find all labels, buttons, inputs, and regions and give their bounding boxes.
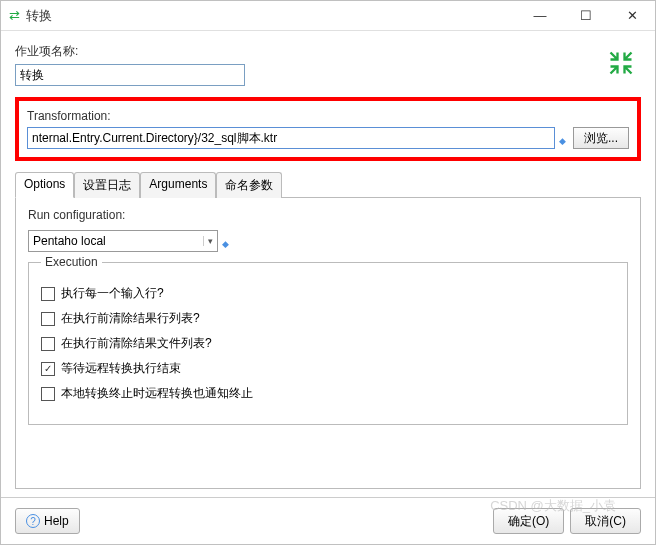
variable-icon [222, 236, 232, 246]
checkbox-label: 本地转换终止时远程转换也通知终止 [61, 385, 253, 402]
transformation-highlight: Transformation: 浏览... [15, 97, 641, 161]
tab-arguments[interactable]: Arguments [140, 172, 216, 198]
exec-row-2: 在执行前清除结果文件列表? [41, 335, 615, 352]
tab-params[interactable]: 命名参数 [216, 172, 282, 198]
chevron-down-icon: ▾ [203, 236, 213, 246]
checkbox-label: 执行每一个输入行? [61, 285, 164, 302]
jobname-label: 作业项名称: [15, 43, 601, 60]
exec-row-3: 等待远程转换执行结束 [41, 360, 615, 377]
runconfig-select[interactable]: Pentaho local ▾ [28, 230, 218, 252]
execution-fieldset: Execution 执行每一个输入行? 在执行前清除结果行列表? 在执行前清除结… [28, 262, 628, 425]
help-button[interactable]: ? Help [15, 508, 80, 534]
checkbox-label: 等待远程转换执行结束 [61, 360, 181, 377]
content-area: 作业项名称: Transformation: 浏览... Optio [1, 31, 655, 497]
collapse-icon[interactable] [601, 43, 641, 89]
execution-legend: Execution [41, 255, 102, 269]
tab-label: 命名参数 [225, 178, 273, 192]
runconfig-label: Run configuration: [28, 208, 628, 222]
execution-body: 执行每一个输入行? 在执行前清除结果行列表? 在执行前清除结果文件列表? 等待远… [41, 285, 615, 402]
runconfig-row: Pentaho local ▾ [28, 230, 628, 252]
window-title: 转换 [26, 7, 517, 25]
browse-button[interactable]: 浏览... [573, 127, 629, 149]
transformation-input[interactable] [27, 127, 555, 149]
variable-icon [559, 133, 569, 143]
runconfig-value: Pentaho local [33, 234, 106, 248]
top-row: 作业项名称: [15, 43, 641, 89]
exec-row-0: 执行每一个输入行? [41, 285, 615, 302]
checkbox[interactable] [41, 387, 55, 401]
help-label: Help [44, 514, 69, 528]
checkbox[interactable] [41, 337, 55, 351]
checkbox[interactable] [41, 312, 55, 326]
jobname-input[interactable] [15, 64, 245, 86]
dialog-window: ⇄ 转换 — ☐ ✕ 作业项名称: Transformation: [0, 0, 656, 545]
tab-label: 设置日志 [83, 178, 131, 192]
checkbox-label: 在执行前清除结果文件列表? [61, 335, 212, 352]
close-button[interactable]: ✕ [609, 1, 655, 31]
tab-options[interactable]: Options [15, 172, 74, 198]
exec-row-4: 本地转换终止时远程转换也通知终止 [41, 385, 615, 402]
jobname-block: 作业项名称: [15, 43, 601, 89]
tab-panel: Run configuration: Pentaho local ▾ Execu… [15, 198, 641, 489]
maximize-button[interactable]: ☐ [563, 1, 609, 31]
cancel-button[interactable]: 取消(C) [570, 508, 641, 534]
minimize-button[interactable]: — [517, 1, 563, 31]
ok-button[interactable]: 确定(O) [493, 508, 564, 534]
transformation-label: Transformation: [27, 109, 629, 123]
tab-label: Arguments [149, 177, 207, 191]
footer: ? Help 确定(O) 取消(C) [1, 497, 655, 544]
transform-icon: ⇄ [9, 8, 20, 23]
checkbox[interactable] [41, 362, 55, 376]
checkbox[interactable] [41, 287, 55, 301]
tab-logging[interactable]: 设置日志 [74, 172, 140, 198]
titlebar: ⇄ 转换 — ☐ ✕ [1, 1, 655, 31]
tab-label: Options [24, 177, 65, 191]
tab-row: Options 设置日志 Arguments 命名参数 [15, 171, 641, 198]
checkbox-label: 在执行前清除结果行列表? [61, 310, 200, 327]
exec-row-1: 在执行前清除结果行列表? [41, 310, 615, 327]
help-icon: ? [26, 514, 40, 528]
transformation-row: 浏览... [27, 127, 629, 149]
